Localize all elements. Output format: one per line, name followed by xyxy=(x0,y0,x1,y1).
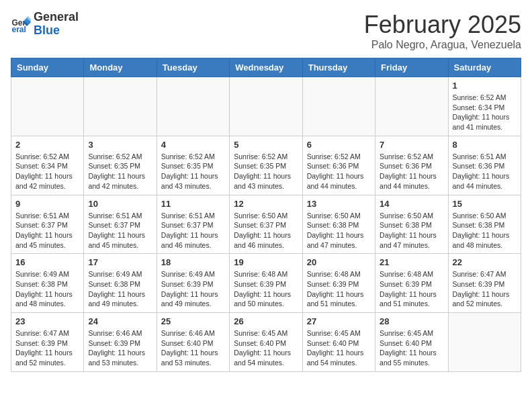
day-info: Sunrise: 6:45 AM Sunset: 6:40 PM Dayligh… xyxy=(234,328,298,368)
calendar-cell xyxy=(84,77,157,136)
calendar-cell: 1Sunrise: 6:52 AM Sunset: 6:34 PM Daylig… xyxy=(448,77,521,136)
day-number: 14 xyxy=(380,199,443,209)
month-title: February 2025 xyxy=(364,11,521,39)
day-number: 6 xyxy=(307,140,371,150)
calendar-cell: 15Sunrise: 6:50 AM Sunset: 6:38 PM Dayli… xyxy=(448,195,521,254)
calendar-cell: 23Sunrise: 6:47 AM Sunset: 6:39 PM Dayli… xyxy=(11,313,84,372)
title-area: February 2025 Palo Negro, Aragua, Venezu… xyxy=(364,11,521,51)
day-info: Sunrise: 6:52 AM Sunset: 6:35 PM Dayligh… xyxy=(161,152,225,191)
day-info: Sunrise: 6:52 AM Sunset: 6:34 PM Dayligh… xyxy=(15,152,79,191)
calendar-cell: 11Sunrise: 6:51 AM Sunset: 6:37 PM Dayli… xyxy=(157,195,229,254)
day-info: Sunrise: 6:52 AM Sunset: 6:34 PM Dayligh… xyxy=(453,93,517,132)
calendar-cell: 7Sunrise: 6:52 AM Sunset: 6:36 PM Daylig… xyxy=(375,136,448,195)
week-row-3: 9Sunrise: 6:51 AM Sunset: 6:37 PM Daylig… xyxy=(11,195,521,254)
calendar-cell xyxy=(375,77,448,136)
day-number: 18 xyxy=(161,257,225,267)
calendar-cell: 17Sunrise: 6:49 AM Sunset: 6:38 PM Dayli… xyxy=(84,254,157,313)
day-number: 7 xyxy=(380,140,443,150)
day-number: 21 xyxy=(380,257,443,267)
weekday-header-friday: Friday xyxy=(375,58,448,77)
calendar-cell xyxy=(302,77,375,136)
logo-general-text: General xyxy=(34,11,79,24)
day-info: Sunrise: 6:50 AM Sunset: 6:38 PM Dayligh… xyxy=(453,211,517,250)
day-number: 13 xyxy=(307,199,371,209)
day-number: 19 xyxy=(234,257,298,267)
day-info: Sunrise: 6:51 AM Sunset: 6:37 PM Dayligh… xyxy=(88,211,152,250)
day-info: Sunrise: 6:50 AM Sunset: 6:38 PM Dayligh… xyxy=(380,211,443,250)
svg-text:eral: eral xyxy=(12,25,26,34)
calendar-cell: 5Sunrise: 6:52 AM Sunset: 6:35 PM Daylig… xyxy=(230,136,302,195)
weekday-header-sunday: Sunday xyxy=(11,58,84,77)
calendar-cell: 6Sunrise: 6:52 AM Sunset: 6:36 PM Daylig… xyxy=(302,136,375,195)
weekday-header-saturday: Saturday xyxy=(448,58,521,77)
day-info: Sunrise: 6:46 AM Sunset: 6:39 PM Dayligh… xyxy=(88,328,152,368)
weekday-header-monday: Monday xyxy=(84,58,157,77)
day-info: Sunrise: 6:50 AM Sunset: 6:38 PM Dayligh… xyxy=(307,211,371,250)
day-info: Sunrise: 6:48 AM Sunset: 6:39 PM Dayligh… xyxy=(307,269,371,309)
week-row-1: 1Sunrise: 6:52 AM Sunset: 6:34 PM Daylig… xyxy=(11,77,521,136)
day-info: Sunrise: 6:51 AM Sunset: 6:36 PM Dayligh… xyxy=(453,152,517,191)
calendar-cell: 27Sunrise: 6:45 AM Sunset: 6:40 PM Dayli… xyxy=(302,313,375,372)
calendar-cell: 4Sunrise: 6:52 AM Sunset: 6:35 PM Daylig… xyxy=(157,136,229,195)
calendar-cell: 26Sunrise: 6:45 AM Sunset: 6:40 PM Dayli… xyxy=(230,313,302,372)
calendar-cell: 8Sunrise: 6:51 AM Sunset: 6:36 PM Daylig… xyxy=(448,136,521,195)
week-row-4: 16Sunrise: 6:49 AM Sunset: 6:38 PM Dayli… xyxy=(11,254,521,313)
day-number: 17 xyxy=(88,257,152,267)
day-number: 5 xyxy=(234,140,298,150)
weekday-header-row: SundayMondayTuesdayWednesdayThursdayFrid… xyxy=(11,58,521,77)
weekday-header-wednesday: Wednesday xyxy=(230,58,302,77)
calendar-cell: 14Sunrise: 6:50 AM Sunset: 6:38 PM Dayli… xyxy=(375,195,448,254)
calendar-cell xyxy=(230,77,302,136)
day-number: 10 xyxy=(88,199,152,209)
day-info: Sunrise: 6:48 AM Sunset: 6:39 PM Dayligh… xyxy=(234,269,298,309)
day-info: Sunrise: 6:48 AM Sunset: 6:39 PM Dayligh… xyxy=(380,269,443,309)
day-info: Sunrise: 6:52 AM Sunset: 6:35 PM Dayligh… xyxy=(88,152,152,191)
day-number: 1 xyxy=(453,81,517,91)
weekday-header-thursday: Thursday xyxy=(302,58,375,77)
calendar-cell: 24Sunrise: 6:46 AM Sunset: 6:39 PM Dayli… xyxy=(84,313,157,372)
day-info: Sunrise: 6:45 AM Sunset: 6:40 PM Dayligh… xyxy=(307,328,371,368)
day-info: Sunrise: 6:51 AM Sunset: 6:37 PM Dayligh… xyxy=(161,211,225,250)
week-row-2: 2Sunrise: 6:52 AM Sunset: 6:34 PM Daylig… xyxy=(11,136,521,195)
day-number: 9 xyxy=(15,199,79,209)
calendar-cell: 12Sunrise: 6:50 AM Sunset: 6:37 PM Dayli… xyxy=(230,195,302,254)
day-info: Sunrise: 6:47 AM Sunset: 6:39 PM Dayligh… xyxy=(453,269,517,309)
day-info: Sunrise: 6:49 AM Sunset: 6:38 PM Dayligh… xyxy=(15,269,79,309)
day-info: Sunrise: 6:49 AM Sunset: 6:39 PM Dayligh… xyxy=(161,269,225,309)
day-info: Sunrise: 6:52 AM Sunset: 6:35 PM Dayligh… xyxy=(234,152,298,191)
calendar-cell: 16Sunrise: 6:49 AM Sunset: 6:38 PM Dayli… xyxy=(11,254,84,313)
calendar-cell: 25Sunrise: 6:46 AM Sunset: 6:40 PM Dayli… xyxy=(157,313,229,372)
calendar-cell: 13Sunrise: 6:50 AM Sunset: 6:38 PM Dayli… xyxy=(302,195,375,254)
page-header: Gen eral General Blue February 2025 Palo… xyxy=(11,11,521,51)
calendar-cell: 18Sunrise: 6:49 AM Sunset: 6:39 PM Dayli… xyxy=(157,254,229,313)
day-info: Sunrise: 6:50 AM Sunset: 6:37 PM Dayligh… xyxy=(234,211,298,250)
calendar-cell: 3Sunrise: 6:52 AM Sunset: 6:35 PM Daylig… xyxy=(84,136,157,195)
logo-icon: Gen eral xyxy=(11,14,31,34)
week-row-5: 23Sunrise: 6:47 AM Sunset: 6:39 PM Dayli… xyxy=(11,313,521,372)
day-number: 8 xyxy=(453,140,517,150)
day-info: Sunrise: 6:49 AM Sunset: 6:38 PM Dayligh… xyxy=(88,269,152,309)
calendar-cell xyxy=(157,77,229,136)
day-number: 15 xyxy=(453,199,517,209)
calendar-cell: 19Sunrise: 6:48 AM Sunset: 6:39 PM Dayli… xyxy=(230,254,302,313)
logo-blue-text: Blue xyxy=(34,24,79,38)
calendar-cell: 28Sunrise: 6:45 AM Sunset: 6:40 PM Dayli… xyxy=(375,313,448,372)
calendar-cell: 20Sunrise: 6:48 AM Sunset: 6:39 PM Dayli… xyxy=(302,254,375,313)
day-number: 16 xyxy=(15,257,79,267)
day-number: 2 xyxy=(15,140,79,150)
calendar-cell xyxy=(11,77,84,136)
day-info: Sunrise: 6:52 AM Sunset: 6:36 PM Dayligh… xyxy=(307,152,371,191)
calendar-cell: 10Sunrise: 6:51 AM Sunset: 6:37 PM Dayli… xyxy=(84,195,157,254)
day-number: 26 xyxy=(234,316,298,326)
calendar-cell xyxy=(448,313,521,372)
day-number: 27 xyxy=(307,316,371,326)
day-number: 20 xyxy=(307,257,371,267)
day-info: Sunrise: 6:47 AM Sunset: 6:39 PM Dayligh… xyxy=(15,328,79,368)
day-info: Sunrise: 6:46 AM Sunset: 6:40 PM Dayligh… xyxy=(161,328,225,368)
day-number: 4 xyxy=(161,140,225,150)
day-info: Sunrise: 6:52 AM Sunset: 6:36 PM Dayligh… xyxy=(380,152,443,191)
logo: Gen eral General Blue xyxy=(11,11,79,38)
calendar-cell: 21Sunrise: 6:48 AM Sunset: 6:39 PM Dayli… xyxy=(375,254,448,313)
calendar-cell: 2Sunrise: 6:52 AM Sunset: 6:34 PM Daylig… xyxy=(11,136,84,195)
logo-text: General Blue xyxy=(34,11,79,38)
